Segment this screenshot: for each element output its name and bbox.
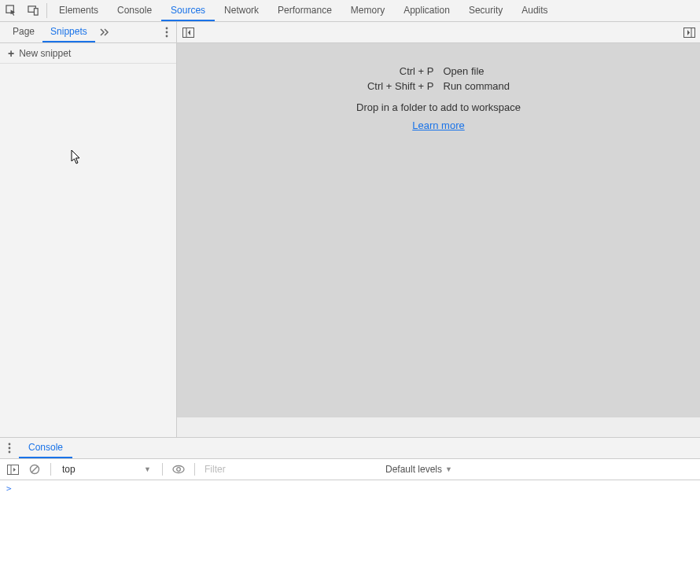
log-levels-selector[interactable]: Default levels ▼: [385, 464, 452, 475]
tab-console[interactable]: Console: [108, 0, 161, 21]
execution-context-selector[interactable]: top ▼: [57, 461, 156, 477]
console-prompt[interactable]: >: [6, 483, 12, 494]
sources-editor-placeholder[interactable]: Ctrl + P Open file Ctrl + Shift + P Run …: [177, 43, 700, 437]
tab-performance[interactable]: Performance: [268, 0, 341, 21]
devtools-top-toolbar: Elements Console Sources Network Perform…: [0, 0, 700, 22]
tab-audits[interactable]: Audits: [512, 0, 557, 21]
new-snippet-button[interactable]: + New snippet: [0, 43, 176, 64]
tab-security[interactable]: Security: [459, 0, 512, 21]
plus-icon: +: [8, 47, 14, 60]
console-filter-input[interactable]: [201, 462, 382, 476]
hint-run-command-key: Ctrl + Shift + P: [367, 80, 434, 92]
sources-sub-toolbar: Page Snippets: [0, 22, 700, 43]
svg-point-5: [166, 35, 168, 38]
console-output[interactable]: >: [0, 480, 700, 588]
log-levels-label: Default levels: [385, 464, 442, 475]
live-expression-icon[interactable]: [169, 460, 188, 479]
toggle-debugger-icon[interactable]: [678, 22, 700, 42]
drawer-menu-icon[interactable]: [0, 438, 19, 458]
sub-tab-snippets[interactable]: Snippets: [42, 22, 95, 42]
execution-context-label: top: [62, 464, 76, 475]
tab-elements[interactable]: Elements: [50, 0, 108, 21]
toolbar-separator: [194, 463, 195, 476]
device-toolbar-icon[interactable]: [22, 0, 44, 21]
inspect-element-icon[interactable]: [0, 0, 22, 21]
sub-tab-page[interactable]: Page: [5, 22, 42, 42]
svg-rect-2: [34, 9, 38, 15]
svg-point-10: [9, 443, 11, 446]
svg-point-4: [166, 31, 168, 34]
sub-toolbar-right: [177, 22, 700, 42]
hint-run-command-action: Run command: [444, 80, 510, 92]
top-tabs: Elements Console Sources Network Perform…: [50, 0, 558, 21]
new-snippet-label: New snippet: [19, 48, 71, 59]
shortcut-hints: Ctrl + P Open file Ctrl + Shift + P Run …: [358, 62, 519, 95]
svg-point-12: [9, 451, 11, 454]
sources-main-area: + New snippet Ctrl + P Open file Ctrl + …: [0, 43, 700, 437]
drawer-tab-console[interactable]: Console: [19, 438, 72, 458]
tab-sources[interactable]: Sources: [161, 0, 215, 21]
toggle-navigator-icon[interactable]: [177, 22, 199, 42]
sub-tabs-more-icon[interactable]: [95, 22, 114, 42]
svg-rect-13: [7, 465, 18, 474]
console-drawer: Console top ▼ Default levels ▼ >: [0, 437, 700, 588]
sub-toolbar-left: Page Snippets: [0, 22, 177, 42]
editor-footer: [177, 417, 700, 437]
svg-line-16: [31, 466, 38, 472]
toolbar-separator: [46, 3, 47, 18]
tab-memory[interactable]: Memory: [341, 0, 394, 21]
drawer-tabs: Console: [0, 438, 700, 459]
sub-tabs: Page Snippets: [0, 22, 95, 42]
snippets-sidebar: + New snippet: [0, 43, 177, 437]
tab-application[interactable]: Application: [394, 0, 459, 21]
hint-open-file-key: Ctrl + P: [367, 65, 434, 77]
svg-point-18: [177, 468, 181, 472]
navigator-menu-icon[interactable]: [157, 22, 176, 42]
dropdown-triangle-icon: ▼: [445, 465, 452, 473]
svg-point-17: [173, 466, 184, 473]
clear-console-icon[interactable]: [25, 460, 44, 479]
tab-network[interactable]: Network: [215, 0, 268, 21]
svg-point-3: [166, 28, 168, 30]
svg-point-11: [9, 447, 11, 450]
drop-folder-message: Drop in a folder to add to workspace: [356, 101, 521, 113]
learn-more-link[interactable]: Learn more: [412, 119, 464, 131]
dropdown-triangle-icon: ▼: [144, 465, 151, 473]
console-sidebar-toggle-icon[interactable]: [3, 460, 22, 479]
toolbar-separator: [50, 463, 51, 476]
toolbar-separator: [162, 463, 163, 476]
hint-open-file-action: Open file: [444, 65, 510, 77]
learn-more-row: Learn more: [412, 119, 464, 131]
console-toolbar: top ▼ Default levels ▼: [0, 459, 700, 480]
